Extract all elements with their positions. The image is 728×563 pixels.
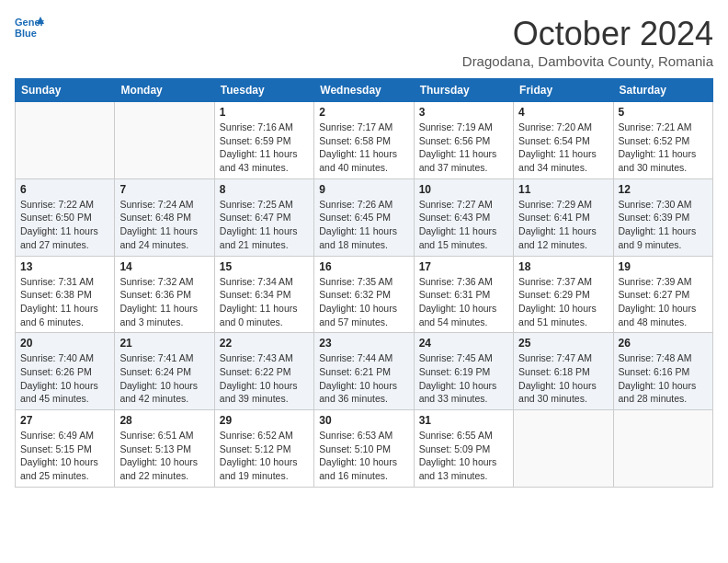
calendar-week-row: 20Sunrise: 7:40 AMSunset: 6:26 PMDayligh… xyxy=(16,333,713,410)
day-number: 9 xyxy=(319,183,408,196)
calendar-day-cell: 13Sunrise: 7:31 AMSunset: 6:38 PMDayligh… xyxy=(16,256,115,333)
calendar-day-cell xyxy=(613,410,712,488)
day-detail: Sunrise: 7:47 AMSunset: 6:18 PMDaylight:… xyxy=(518,351,608,406)
day-detail: Sunrise: 7:31 AMSunset: 6:38 PMDaylight:… xyxy=(20,275,109,329)
day-detail: Sunrise: 6:51 AMSunset: 5:13 PMDaylight:… xyxy=(119,429,209,483)
calendar-day-cell: 25Sunrise: 7:47 AMSunset: 6:18 PMDayligh… xyxy=(514,333,613,410)
calendar-day-cell: 4Sunrise: 7:20 AMSunset: 6:54 PMDaylight… xyxy=(514,102,613,179)
calendar-day-cell: 7Sunrise: 7:24 AMSunset: 6:48 PMDaylight… xyxy=(115,178,214,256)
day-number: 30 xyxy=(319,414,408,427)
calendar-week-row: 13Sunrise: 7:31 AMSunset: 6:38 PMDayligh… xyxy=(16,256,713,333)
calendar-day-cell: 28Sunrise: 6:51 AMSunset: 5:13 PMDayligh… xyxy=(115,410,214,488)
calendar-day-cell xyxy=(115,102,214,179)
day-number: 15 xyxy=(220,260,309,273)
day-detail: Sunrise: 7:39 AMSunset: 6:27 PMDaylight:… xyxy=(619,275,708,329)
day-number: 29 xyxy=(220,414,309,427)
day-detail: Sunrise: 7:41 AMSunset: 6:24 PMDaylight:… xyxy=(119,351,209,406)
day-number: 28 xyxy=(119,414,209,427)
day-number: 6 xyxy=(20,183,109,196)
calendar-header-row: SundayMondayTuesdayWednesdayThursdayFrid… xyxy=(16,79,713,102)
day-detail: Sunrise: 7:24 AMSunset: 6:48 PMDaylight:… xyxy=(119,198,209,252)
weekday-header: Saturday xyxy=(613,79,712,102)
day-detail: Sunrise: 7:20 AMSunset: 6:54 PMDaylight:… xyxy=(518,121,608,175)
day-detail: Sunrise: 7:30 AMSunset: 6:39 PMDaylight:… xyxy=(619,198,708,252)
day-detail: Sunrise: 7:17 AMSunset: 6:58 PMDaylight:… xyxy=(319,121,408,175)
day-number: 5 xyxy=(619,106,708,119)
calendar-day-cell: 10Sunrise: 7:27 AMSunset: 6:43 PMDayligh… xyxy=(414,178,513,256)
calendar-day-cell: 16Sunrise: 7:35 AMSunset: 6:32 PMDayligh… xyxy=(314,256,414,333)
calendar-day-cell: 26Sunrise: 7:48 AMSunset: 6:16 PMDayligh… xyxy=(613,333,712,410)
day-detail: Sunrise: 7:21 AMSunset: 6:52 PMDaylight:… xyxy=(619,121,708,175)
weekday-header: Thursday xyxy=(414,79,513,102)
day-detail: Sunrise: 6:52 AMSunset: 5:12 PMDaylight:… xyxy=(220,429,309,483)
day-detail: Sunrise: 7:26 AMSunset: 6:45 PMDaylight:… xyxy=(319,198,408,252)
day-detail: Sunrise: 7:36 AMSunset: 6:31 PMDaylight:… xyxy=(419,275,508,329)
calendar-day-cell: 30Sunrise: 6:53 AMSunset: 5:10 PMDayligh… xyxy=(314,410,414,488)
calendar-day-cell: 27Sunrise: 6:49 AMSunset: 5:15 PMDayligh… xyxy=(16,410,115,488)
calendar-day-cell: 22Sunrise: 7:43 AMSunset: 6:22 PMDayligh… xyxy=(214,333,313,410)
svg-text:Blue: Blue xyxy=(15,28,37,39)
day-number: 19 xyxy=(619,260,708,273)
weekday-header: Monday xyxy=(115,79,214,102)
calendar-day-cell: 5Sunrise: 7:21 AMSunset: 6:52 PMDaylight… xyxy=(613,102,712,179)
day-detail: Sunrise: 7:29 AMSunset: 6:41 PMDaylight:… xyxy=(518,198,608,252)
day-number: 13 xyxy=(20,260,109,273)
day-number: 23 xyxy=(319,337,408,350)
day-number: 3 xyxy=(419,106,508,119)
weekday-header: Friday xyxy=(514,79,613,102)
calendar-day-cell: 19Sunrise: 7:39 AMSunset: 6:27 PMDayligh… xyxy=(613,256,712,333)
calendar-week-row: 6Sunrise: 7:22 AMSunset: 6:50 PMDaylight… xyxy=(16,178,713,256)
calendar-week-row: 1Sunrise: 7:16 AMSunset: 6:59 PMDaylight… xyxy=(16,102,713,179)
calendar-day-cell: 21Sunrise: 7:41 AMSunset: 6:24 PMDayligh… xyxy=(115,333,214,410)
day-detail: Sunrise: 7:34 AMSunset: 6:34 PMDaylight:… xyxy=(220,275,309,329)
day-detail: Sunrise: 7:22 AMSunset: 6:50 PMDaylight:… xyxy=(20,198,109,252)
day-detail: Sunrise: 7:25 AMSunset: 6:47 PMDaylight:… xyxy=(220,198,309,252)
weekday-header: Tuesday xyxy=(214,79,313,102)
calendar-day-cell: 17Sunrise: 7:36 AMSunset: 6:31 PMDayligh… xyxy=(414,256,513,333)
day-number: 24 xyxy=(419,337,508,350)
location-subtitle: Dragodana, Dambovita County, Romania xyxy=(462,53,713,69)
day-detail: Sunrise: 7:44 AMSunset: 6:21 PMDaylight:… xyxy=(319,351,408,406)
calendar-day-cell: 2Sunrise: 7:17 AMSunset: 6:58 PMDaylight… xyxy=(314,102,414,179)
day-number: 7 xyxy=(119,183,209,196)
calendar-day-cell xyxy=(514,410,613,488)
calendar-day-cell: 1Sunrise: 7:16 AMSunset: 6:59 PMDaylight… xyxy=(214,102,313,179)
day-number: 31 xyxy=(419,414,508,427)
day-detail: Sunrise: 7:35 AMSunset: 6:32 PMDaylight:… xyxy=(319,275,408,329)
day-number: 25 xyxy=(518,337,608,350)
day-number: 10 xyxy=(419,183,508,196)
day-number: 17 xyxy=(419,260,508,273)
day-detail: Sunrise: 6:53 AMSunset: 5:10 PMDaylight:… xyxy=(319,429,408,483)
day-number: 2 xyxy=(319,106,408,119)
day-detail: Sunrise: 7:37 AMSunset: 6:29 PMDaylight:… xyxy=(518,275,608,329)
day-detail: Sunrise: 7:45 AMSunset: 6:19 PMDaylight:… xyxy=(419,351,508,406)
calendar-day-cell: 14Sunrise: 7:32 AMSunset: 6:36 PMDayligh… xyxy=(115,256,214,333)
calendar-day-cell: 20Sunrise: 7:40 AMSunset: 6:26 PMDayligh… xyxy=(16,333,115,410)
day-number: 27 xyxy=(20,414,109,427)
day-detail: Sunrise: 7:48 AMSunset: 6:16 PMDaylight:… xyxy=(619,351,708,406)
calendar-day-cell: 11Sunrise: 7:29 AMSunset: 6:41 PMDayligh… xyxy=(514,178,613,256)
day-number: 11 xyxy=(518,183,608,196)
day-detail: Sunrise: 7:19 AMSunset: 6:56 PMDaylight:… xyxy=(419,121,508,175)
calendar-day-cell: 15Sunrise: 7:34 AMSunset: 6:34 PMDayligh… xyxy=(214,256,313,333)
day-number: 12 xyxy=(619,183,708,196)
day-detail: Sunrise: 7:43 AMSunset: 6:22 PMDaylight:… xyxy=(220,351,309,406)
calendar-day-cell: 18Sunrise: 7:37 AMSunset: 6:29 PMDayligh… xyxy=(514,256,613,333)
weekday-header: Sunday xyxy=(16,79,115,102)
calendar-week-row: 27Sunrise: 6:49 AMSunset: 5:15 PMDayligh… xyxy=(16,410,713,488)
title-block: October 2024 Dragodana, Dambovita County… xyxy=(462,15,713,69)
day-detail: Sunrise: 7:16 AMSunset: 6:59 PMDaylight:… xyxy=(220,121,309,175)
calendar-day-cell: 6Sunrise: 7:22 AMSunset: 6:50 PMDaylight… xyxy=(16,178,115,256)
day-number: 14 xyxy=(119,260,209,273)
calendar-day-cell: 31Sunrise: 6:55 AMSunset: 5:09 PMDayligh… xyxy=(414,410,513,488)
calendar-day-cell: 23Sunrise: 7:44 AMSunset: 6:21 PMDayligh… xyxy=(314,333,414,410)
logo-icon: General Blue xyxy=(15,15,44,40)
logo: General Blue General Blue xyxy=(15,15,44,40)
day-number: 22 xyxy=(220,337,309,350)
day-number: 1 xyxy=(220,106,309,119)
weekday-header: Wednesday xyxy=(314,79,414,102)
calendar-day-cell: 12Sunrise: 7:30 AMSunset: 6:39 PMDayligh… xyxy=(613,178,712,256)
calendar-day-cell: 3Sunrise: 7:19 AMSunset: 6:56 PMDaylight… xyxy=(414,102,513,179)
calendar-day-cell: 9Sunrise: 7:26 AMSunset: 6:45 PMDaylight… xyxy=(314,178,414,256)
day-number: 21 xyxy=(119,337,209,350)
